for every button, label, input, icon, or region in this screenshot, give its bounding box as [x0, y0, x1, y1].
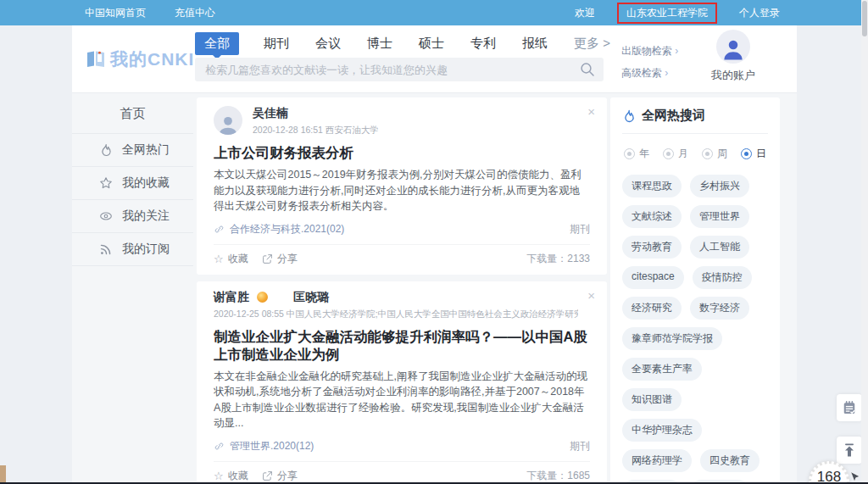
hot-search-tag[interactable]: 知识图谱	[622, 388, 682, 411]
search-input[interactable]	[195, 64, 580, 76]
share-label: 分享	[277, 469, 298, 483]
sidebar-item-subscriptions[interactable]: 我的订阅	[72, 233, 193, 266]
notes-widget-button[interactable]	[837, 394, 862, 421]
period-radio[interactable]: 年	[624, 147, 649, 161]
scope-tab[interactable]: 博士	[365, 32, 394, 55]
quick-search-links: 出版物检索 高级检索	[621, 44, 678, 81]
article-meta: 2020-12-28 16:51 西安石油大学	[253, 125, 379, 136]
back-to-top-icon	[841, 442, 858, 459]
article-title[interactable]: 上市公司财务报表分析	[214, 144, 590, 162]
hot-search-tag[interactable]: 豫章师范学院学报	[622, 327, 722, 350]
hot-search-tag[interactable]: 四史教育	[700, 449, 760, 472]
download-count: 下载量：2133	[526, 252, 590, 266]
hot-search-tag[interactable]: 乡村振兴	[690, 175, 749, 197]
hot-search-tag[interactable]: 管理世界	[690, 205, 749, 228]
sidebar-item-favorites[interactable]: 我的收藏	[72, 167, 193, 200]
sidebar-item-label: 全网热门	[122, 142, 170, 158]
hot-search-panel: 全网热搜词 年 月 周 日	[610, 97, 780, 484]
hot-search-tag[interactable]: 人工智能	[690, 236, 749, 259]
scope-tab[interactable]: 硕士	[417, 32, 446, 55]
sidebar-item-following[interactable]: 我的关注	[72, 200, 193, 233]
sidebar-item-home[interactable]: 首页	[72, 93, 193, 134]
scrollbar-track[interactable]	[861, 0, 868, 484]
collect-button[interactable]: 收藏	[214, 469, 248, 483]
star-icon	[99, 176, 113, 190]
source-text: 管理世界.2020(12)	[230, 439, 314, 453]
scope-tab[interactable]: 全部	[195, 32, 239, 55]
topbar-right-links: 欢迎 山东农业工程学院 个人登录	[575, 3, 780, 24]
hot-search-tag[interactable]: citespace	[622, 266, 684, 289]
hot-search-tag[interactable]: 经济研究	[622, 297, 682, 320]
period-radio[interactable]: 月	[663, 147, 688, 161]
rss-icon	[99, 242, 113, 256]
my-cnki-page: 中国知网首页 充值中心 欢迎 山东农业工程学院 个人登录 我的CNKI 全部	[0, 0, 868, 484]
scope-tab[interactable]: 专利	[469, 32, 498, 55]
author-avatar	[214, 106, 242, 135]
author-name[interactable]: 吴佳楠	[253, 106, 288, 121]
close-icon[interactable]: ×	[587, 105, 595, 118]
counter-badge[interactable]: 168	[809, 461, 849, 484]
star-icon	[214, 470, 224, 482]
hot-search-tag[interactable]: 课程思政	[622, 175, 682, 197]
topbar-link[interactable]: 充值中心	[175, 6, 215, 20]
personal-login-link[interactable]: 个人登录	[739, 6, 780, 20]
author-name[interactable]: 谢富胜	[214, 290, 268, 305]
sidebar-item-label: 我的订阅	[122, 242, 170, 257]
article-card-1: × 吴佳楠 2020-12-28 16:51 西安石油大学 上市公司财务报表分析…	[197, 97, 607, 275]
close-icon[interactable]: ×	[587, 289, 595, 302]
article-meta: 2020-12-25 08:55 中国人民大学经济学院;中国人民大学全国中国特色…	[214, 309, 578, 320]
search-icon[interactable]	[580, 62, 595, 77]
period-label: 年	[639, 147, 649, 161]
share-icon	[262, 253, 273, 264]
hot-search-tag[interactable]: 文献综述	[622, 205, 682, 228]
back-to-top-button[interactable]	[837, 437, 862, 464]
my-account[interactable]: 我的账户	[699, 30, 767, 83]
left-sidebar: 首页 全网热门 我的收藏 我的关注 我的订阅	[72, 93, 193, 266]
sidebar-item-hot[interactable]: 全网热门	[72, 134, 193, 167]
collect-button[interactable]: 收藏	[214, 252, 248, 266]
scope-tab[interactable]: 更多 >	[572, 32, 612, 55]
account-label: 我的账户	[699, 68, 767, 83]
topbar-link[interactable]: 中国知网首页	[85, 6, 146, 20]
account-avatar[interactable]	[716, 30, 750, 64]
publication-search-link[interactable]: 出版物检索	[621, 44, 678, 58]
article-title[interactable]: 制造业企业扩大金融活动能够提升利润率吗？——以中国A股上市制造业企业为例	[214, 328, 590, 364]
author-name[interactable]: 匡晓璐	[293, 290, 329, 305]
period-radio[interactable]: 日	[741, 147, 766, 161]
period-radio[interactable]: 周	[702, 147, 727, 161]
hot-search-tag[interactable]: 全要素生产率	[622, 358, 702, 381]
advanced-search-link[interactable]: 高级检索	[621, 66, 678, 81]
scope-tab[interactable]: 报纸	[520, 32, 549, 55]
topbar-left-links: 中国知网首页 充值中心	[85, 6, 215, 20]
header: 我的CNKI 全部 期刊 会议 博士 硕士 专利 报纸 更多 >	[72, 25, 797, 93]
source-link[interactable]: 管理世界.2020(12)	[214, 439, 314, 453]
scope-tab[interactable]: 会议	[314, 32, 342, 55]
notepad-icon	[841, 399, 858, 416]
institution-link[interactable]: 山东农业工程学院	[617, 3, 717, 24]
share-button[interactable]: 分享	[262, 252, 298, 266]
scope-tab[interactable]: 期刊	[262, 32, 291, 55]
period-label: 月	[678, 147, 688, 161]
share-icon	[262, 470, 273, 481]
article-feed: × 吴佳楠 2020-12-28 16:51 西安石油大学 上市公司财务报表分析…	[197, 97, 607, 484]
share-button[interactable]: 分享	[262, 469, 298, 483]
source-text: 合作经济与科技.2021(02)	[230, 222, 344, 236]
person-icon	[217, 113, 239, 135]
scrollbar-thumb[interactable]	[862, 1, 867, 36]
hot-search-tag[interactable]: 中华护理杂志	[622, 419, 702, 442]
download-count: 下载量：1685	[526, 469, 590, 483]
source-link[interactable]: 合作经济与科技.2021(02)	[214, 222, 344, 236]
search-scope-tabs: 全部 期刊 会议 博士 硕士 专利 报纸 更多 >	[195, 31, 612, 55]
welcome-text: 欢迎	[575, 6, 595, 20]
hot-search-tag[interactable]: 网络药理学	[622, 449, 692, 472]
period-label: 周	[717, 147, 727, 161]
hot-search-tag[interactable]: 疫情防控	[693, 266, 752, 289]
radio-icon	[741, 148, 752, 159]
cnki-logo[interactable]: 我的CNKI	[86, 47, 194, 71]
share-label: 分享	[277, 252, 298, 266]
hot-search-tag[interactable]: 劳动教育	[622, 236, 682, 259]
link-icon	[214, 224, 225, 235]
collect-label: 收藏	[228, 469, 248, 483]
hot-search-tag[interactable]: 数字经济	[690, 297, 749, 320]
flame-icon	[622, 109, 636, 123]
